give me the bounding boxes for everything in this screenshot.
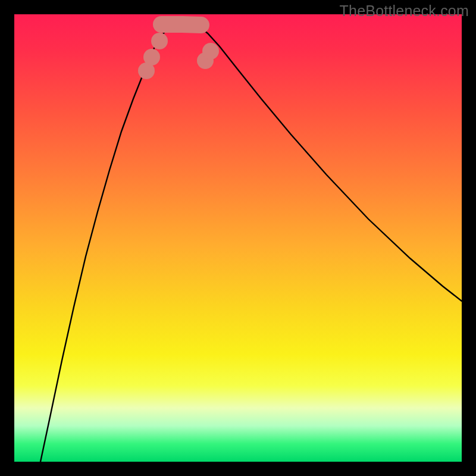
- markers-group: [138, 16, 219, 79]
- data-marker: [202, 43, 219, 60]
- chart-frame: [14, 14, 462, 462]
- data-marker: [151, 33, 168, 49]
- left-curve: [40, 23, 175, 462]
- data-pill: [174, 16, 209, 33]
- right-curve: [193, 23, 462, 301]
- plot: [14, 14, 462, 462]
- watermark-text: TheBottleneck.com: [340, 2, 469, 20]
- data-marker: [143, 49, 160, 65]
